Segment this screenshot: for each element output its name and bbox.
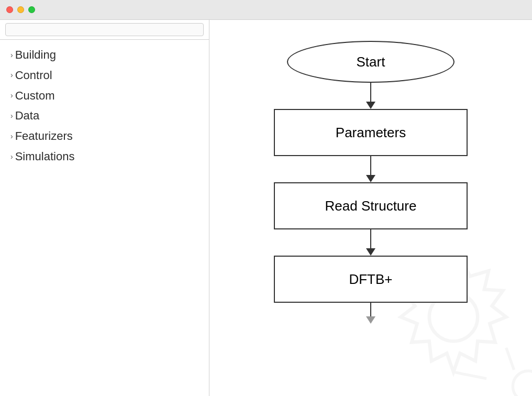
sidebar-item-label: Building <box>15 47 56 63</box>
flowchart-node-dftb: DFTB+ <box>274 256 468 303</box>
svg-point-1 <box>513 371 532 396</box>
sidebar-item-label: Control <box>15 68 52 84</box>
search-input[interactable] <box>5 23 204 36</box>
arrow-line <box>370 229 371 248</box>
sidebar-item-data[interactable]: › Data <box>0 106 209 126</box>
flowchart: Start Parameters Read Structure <box>274 41 468 324</box>
sidebar-item-custom[interactable]: › Custom <box>0 86 209 106</box>
flowchart-node-read-structure: Read Structure <box>274 182 468 229</box>
chevron-icon: › <box>10 131 13 142</box>
flowchart-node-start: Start <box>287 41 455 83</box>
flowchart-node-parameters: Parameters <box>274 109 468 156</box>
arrow-head-partial <box>366 316 375 324</box>
sidebar-item-control[interactable]: › Control <box>0 65 209 86</box>
minimize-button[interactable] <box>17 6 24 13</box>
sidebar-item-label: Data <box>15 108 39 124</box>
chevron-icon: › <box>10 50 13 61</box>
arrow-line-partial <box>370 303 371 316</box>
sidebar-item-label: Custom <box>15 88 55 104</box>
flow-arrow-3 <box>366 229 375 256</box>
svg-line-2 <box>506 348 514 370</box>
arrow-head <box>366 248 375 256</box>
flow-arrow-1 <box>366 83 375 109</box>
maximize-button[interactable] <box>28 6 35 13</box>
chevron-icon: › <box>10 91 13 101</box>
search-bar <box>0 20 209 40</box>
sidebar-item-simulations[interactable]: › Simulations <box>0 147 209 167</box>
chevron-icon: › <box>10 70 13 81</box>
arrow-head <box>366 102 375 109</box>
chevron-icon: › <box>10 152 13 162</box>
tree-nav: › Building › Control › Custom › Data › F… <box>0 40 209 396</box>
flow-arrow-2 <box>366 156 375 182</box>
sidebar: › Building › Control › Custom › Data › F… <box>0 20 209 396</box>
arrow-line <box>370 156 371 175</box>
sidebar-item-label: Featurizers <box>15 128 73 145</box>
main-content: Start Parameters Read Structure <box>209 20 532 396</box>
sidebar-item-label: Simulations <box>15 149 75 165</box>
arrow-head <box>366 175 375 182</box>
arrow-line <box>370 83 371 102</box>
svg-line-3 <box>453 372 486 379</box>
sidebar-item-featurizers[interactable]: › Featurizers <box>0 126 209 147</box>
chevron-icon: › <box>10 111 13 122</box>
flow-arrow-4 <box>366 303 375 324</box>
title-bar <box>0 0 532 20</box>
close-button[interactable] <box>6 6 13 13</box>
sidebar-item-building[interactable]: › Building <box>0 45 209 65</box>
app-container: › Building › Control › Custom › Data › F… <box>0 20 532 396</box>
